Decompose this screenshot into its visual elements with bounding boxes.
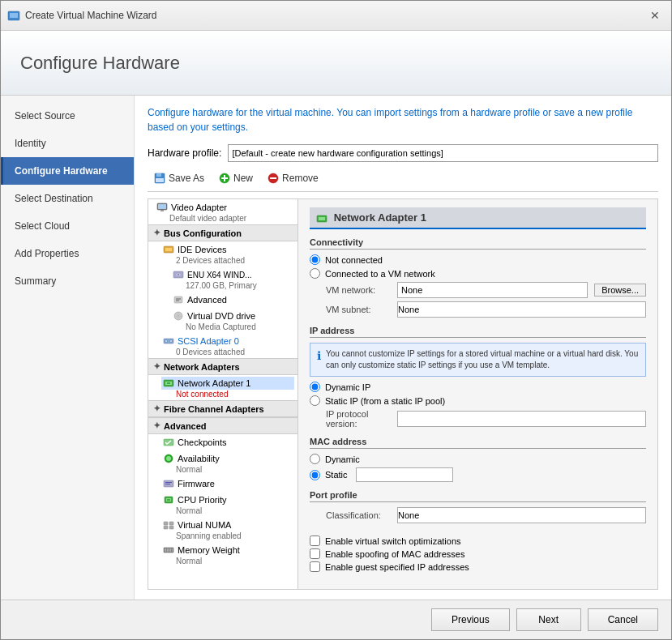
remove-icon: [268, 173, 279, 184]
info-icon: ℹ: [317, 348, 321, 371]
tree-item-dvd-drive[interactable]: Virtual DVD drive No Media Captured: [148, 308, 297, 333]
classification-select[interactable]: None: [397, 507, 646, 523]
dynamic-ip-radio[interactable]: [310, 382, 320, 392]
svg-rect-38: [167, 499, 170, 501]
svg-rect-41: [164, 526, 168, 529]
connected-vm-radio-row: Connected to a VM network: [310, 268, 646, 279]
svg-rect-1: [10, 13, 18, 18]
svg-rect-35: [165, 484, 170, 484]
tree-item-cpu-priority[interactable]: CPU Priority Normal: [148, 492, 297, 517]
svg-rect-46: [169, 548, 171, 552]
network-adapter-icon: [163, 378, 174, 388]
tree-panel[interactable]: Video Adapter Default video adapter ✦ Bu…: [148, 199, 298, 589]
checkpoint-icon: [163, 437, 174, 447]
enable-spoofing-checkbox[interactable]: [310, 548, 320, 559]
sidebar-item-summary[interactable]: Summary: [1, 267, 134, 295]
hardware-profile-select[interactable]: [Default - create new hardware configura…: [228, 144, 658, 162]
svg-rect-3: [156, 173, 161, 177]
page-title: Configure Hardware: [20, 53, 180, 74]
tree-section-advanced[interactable]: ✦ Advanced: [148, 417, 297, 434]
split-panel: Video Adapter Default video adapter ✦ Bu…: [148, 198, 658, 590]
svg-rect-18: [174, 297, 182, 303]
enable-guest-ip-checkbox[interactable]: [310, 561, 320, 572]
not-connected-radio[interactable]: [310, 254, 320, 265]
vm-subnet-select[interactable]: None: [397, 301, 646, 318]
sidebar-item-configure-hardware[interactable]: Configure Hardware: [1, 157, 134, 185]
svg-rect-44: [165, 548, 166, 552]
detail-panel: Network Adapter 1 Connectivity Not conne…: [298, 199, 657, 589]
dynamic-mac-label[interactable]: Dynamic: [325, 454, 360, 464]
enable-spoofing-label[interactable]: Enable spoofing of MAC addresses: [325, 549, 464, 559]
cancel-button[interactable]: Cancel: [588, 608, 658, 631]
enable-virtual-switch-checkbox[interactable]: [310, 535, 320, 546]
svg-rect-47: [172, 548, 173, 552]
sidebar-item-identity[interactable]: Identity: [1, 130, 134, 157]
tree-item-ide-devices[interactable]: IDE Devices 2 Devices attached: [148, 241, 297, 267]
tree-section-fibre-channel[interactable]: ✦ Fibre Channel Adapters: [148, 400, 297, 417]
previous-button[interactable]: Previous: [431, 608, 510, 631]
advanced-icon: [173, 295, 184, 305]
tree-item-memory-weight[interactable]: Memory Weight Normal: [148, 542, 297, 567]
sidebar-item-select-destination[interactable]: Select Destination: [1, 185, 134, 212]
port-profile-section: Port profile: [310, 490, 646, 502]
sidebar: Select Source Identity Configure Hardwar…: [1, 96, 135, 599]
dvd-icon: [173, 311, 184, 321]
firmware-icon: [163, 479, 174, 489]
close-button[interactable]: ✕: [645, 6, 665, 25]
svg-rect-12: [161, 210, 164, 211]
svg-point-32: [166, 456, 171, 461]
new-icon: [219, 173, 230, 184]
static-mac-label[interactable]: Static: [325, 470, 348, 480]
dynamic-ip-label[interactable]: Dynamic IP: [325, 382, 370, 392]
vm-network-input[interactable]: [397, 282, 588, 298]
browse-button[interactable]: Browse...: [594, 284, 646, 297]
next-button[interactable]: Next: [516, 608, 581, 631]
description-text: Configure hardware for the virtual machi…: [148, 105, 658, 134]
svg-point-25: [165, 340, 168, 343]
main-panel: Configure hardware for the virtual machi…: [135, 96, 671, 599]
tree-item-network-adapter-1[interactable]: Network Adapter 1 Not connected: [148, 375, 297, 400]
sidebar-item-add-properties[interactable]: Add Properties: [1, 240, 134, 267]
connected-vm-label[interactable]: Connected to a VM network: [325, 269, 435, 279]
enable-virtual-switch-label[interactable]: Enable virtual switch optimizations: [325, 536, 461, 546]
static-ip-radio[interactable]: [310, 395, 320, 406]
static-mac-radio[interactable]: [310, 470, 320, 480]
enable-guest-ip-label[interactable]: Enable guest specified IP addresses: [325, 562, 469, 572]
save-as-button[interactable]: Save As: [148, 170, 211, 186]
window-icon: [7, 9, 20, 22]
tree-item-advanced[interactable]: Advanced: [148, 292, 297, 308]
tree-item-availability[interactable]: Availability Normal: [148, 450, 297, 476]
tree-item-enu-x64[interactable]: ENU X64 WIND... 127.00 GB, Primary: [148, 267, 297, 292]
tree-item-virtual-numa[interactable]: Virtual NUMA Spanning enabled: [148, 517, 297, 542]
header-area: Configure Hardware: [1, 31, 671, 96]
tree-section-network-adapters[interactable]: ✦ Network Adapters: [148, 358, 297, 375]
remove-button[interactable]: Remove: [261, 170, 325, 186]
tree-item-video-adapter[interactable]: Video Adapter Default video adapter: [148, 199, 297, 224]
dynamic-ip-radio-row: Dynamic IP: [310, 382, 646, 392]
static-ip-label[interactable]: Static IP (from a static IP pool): [325, 396, 445, 406]
new-button[interactable]: New: [212, 170, 259, 186]
mac-address-section: MAC address: [310, 437, 646, 449]
ide-icon: [163, 245, 174, 254]
dynamic-mac-radio[interactable]: [310, 454, 320, 464]
tree-item-checkpoints[interactable]: Checkpoints: [148, 434, 297, 450]
static-ip-radio-row: Static IP (from a static IP pool): [310, 395, 646, 406]
tree-item-scsi[interactable]: SCSI Adapter 0 0 Devices attached: [148, 333, 297, 358]
connected-vm-radio[interactable]: [310, 268, 320, 279]
ip-protocol-select[interactable]: [397, 411, 646, 427]
memory-icon: [163, 545, 174, 555]
checkbox-row-3: Enable guest specified IP addresses: [310, 561, 646, 572]
mac-address-input[interactable]: [356, 467, 453, 482]
content-area: Select Source Identity Configure Hardwar…: [1, 96, 671, 599]
tree-section-bus-config[interactable]: ✦ Bus Configuration: [148, 224, 297, 241]
svg-rect-45: [167, 548, 169, 552]
ip-protocol-label: IP protocol version:: [326, 409, 391, 429]
checkbox-row-1: Enable virtual switch optimizations: [310, 535, 646, 546]
monitor-icon: [156, 203, 168, 212]
cpu-icon: [163, 495, 174, 505]
tree-item-firmware[interactable]: Firmware: [148, 476, 297, 492]
svg-rect-4: [156, 178, 164, 182]
not-connected-label[interactable]: Not connected: [325, 255, 383, 265]
sidebar-item-select-cloud[interactable]: Select Cloud: [1, 212, 134, 240]
sidebar-item-select-source[interactable]: Select Source: [1, 102, 134, 130]
